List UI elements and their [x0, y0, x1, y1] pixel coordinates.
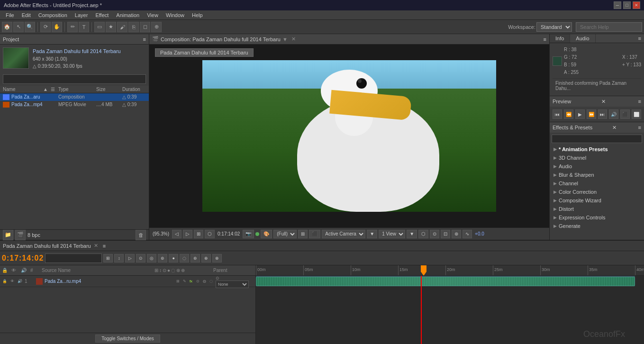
comp-viewer-close[interactable]: ✕ [291, 36, 296, 42]
layer-eye-btn[interactable]: 👁 [9, 279, 15, 284]
tl-btn-4[interactable]: ◎ [147, 254, 156, 263]
effects-expression-controls[interactable]: ▶ Expression Controls [550, 213, 644, 222]
comp-viewer-menu[interactable]: ≡ [544, 36, 546, 42]
tl-btn-7[interactable]: ◌ [180, 254, 189, 263]
preview-loop-btn[interactable]: ⬛ [620, 109, 630, 119]
menu-composition[interactable]: Composition [35, 11, 71, 19]
comp-viewer-dropdown[interactable]: ▼ [282, 36, 288, 42]
menu-layer[interactable]: Layer [71, 11, 92, 19]
layer-audio-btn[interactable]: 🔊 [17, 279, 23, 284]
delete-btn[interactable]: 🗑 [136, 230, 146, 240]
switch-2[interactable]: ✎ [181, 279, 187, 284]
layer-row-1[interactable]: 🔒 👁 🔊 1 Pada Za...ru.mp4 ⊞ ✎ fx ⊙ ◍ ◌ [0, 276, 255, 287]
effects-search[interactable] [550, 133, 644, 145]
effects-3d-channel[interactable]: ▶ 3D Channel [550, 154, 644, 162]
preview-ram-btn[interactable]: ⬜ [632, 109, 641, 119]
comp-ctrl-cam[interactable]: 📷 [243, 230, 254, 238]
comp-ctrl-prop[interactable]: ⬡ [205, 230, 215, 238]
camera-select[interactable]: Active Camera [322, 230, 365, 238]
comp-ctrl-snap[interactable]: ⊞ [194, 230, 203, 238]
tool-select[interactable]: ↖ [13, 22, 24, 32]
switch-motion[interactable]: ⊙ [195, 279, 200, 284]
timeline-close[interactable]: ✕ [94, 243, 98, 249]
project-row-comp[interactable]: Pada Za...aru Composition △ 0:39 [0, 93, 149, 101]
tl-btn-3[interactable]: ⊙ [136, 254, 145, 263]
tl-btn-6[interactable]: ● [169, 254, 178, 263]
tool-clone[interactable]: ⎘ [128, 22, 139, 32]
quality-select[interactable]: (Full) [273, 230, 297, 238]
window-controls[interactable]: ─ □ ✕ [614, 1, 640, 9]
tool-pan[interactable]: ✋ [52, 22, 62, 32]
menu-help[interactable]: Help [188, 11, 207, 19]
comp-ctrl-warp[interactable]: ∿ [463, 230, 472, 238]
effects-blur-sharpen[interactable]: ▶ Blur & Sharpen [550, 171, 644, 179]
effects-distort[interactable]: ▶ Distort [550, 205, 644, 213]
timeline-search-input[interactable] [45, 253, 102, 263]
tool-orbit[interactable]: ⟳ [40, 22, 51, 32]
effects-color-correction[interactable]: ▶ Color Correction [550, 188, 644, 196]
comp-ctrl-3d[interactable]: ⬡ [418, 230, 428, 238]
project-row-video[interactable]: Pada Za...mp4 MPEG Movie ....4 MB △ 0:39 [0, 101, 149, 109]
comp-ctrl-motion[interactable]: ⊛ [452, 230, 461, 238]
tool-home[interactable]: 🏠 [2, 22, 12, 32]
preview-first-btn[interactable]: ⏮ [553, 109, 562, 119]
comp-ctrl-toggle[interactable]: ⬛ [309, 230, 320, 238]
project-search-input[interactable] [3, 74, 146, 84]
comp-ctrl-view-drop[interactable]: ▼ [407, 230, 417, 238]
switch-adj[interactable]: ◌ [208, 279, 214, 284]
switch-1[interactable]: ⊞ [175, 279, 181, 284]
close-button[interactable]: ✕ [633, 1, 640, 9]
tool-star[interactable]: ★ [106, 22, 116, 32]
tool-eraser[interactable]: ◻ [140, 22, 150, 32]
tl-btn-1[interactable]: ⊞ [103, 254, 113, 263]
menu-view[interactable]: View [143, 11, 162, 19]
info-panel-menu[interactable]: ≡ [635, 34, 644, 43]
effects-search-input[interactable] [552, 135, 642, 143]
effects-generate[interactable]: ▶ Generate [550, 222, 644, 230]
switch-blend[interactable]: ◍ [201, 279, 207, 284]
menu-effect[interactable]: Effect [91, 11, 112, 19]
new-comp-btn[interactable]: 🎬 [15, 230, 26, 240]
preview-close[interactable]: ✕ [601, 99, 606, 105]
workspace-select[interactable]: Standard [536, 22, 572, 32]
toggle-switches-button[interactable]: Toggle Switches / Modes [95, 335, 160, 343]
comp-ctrl-btn2[interactable]: ▷ [183, 230, 192, 238]
tl-btn-10[interactable]: ⊗ [212, 254, 222, 263]
comp-ctrl-btn1[interactable]: ◁ [172, 230, 181, 238]
tab-info[interactable]: Info [550, 34, 570, 43]
timeline-tracks[interactable]: OceanofFx [256, 276, 644, 344]
tl-btn-8[interactable]: ⊛ [190, 254, 200, 263]
tool-puppet[interactable]: ⊕ [151, 22, 162, 32]
parent-select[interactable]: None [216, 281, 249, 288]
comp-ctrl-grid[interactable]: ⊞ [298, 230, 308, 238]
tl-btn-2[interactable]: ↕ [114, 254, 124, 263]
menu-file[interactable]: File [2, 11, 18, 19]
tl-btn-5[interactable]: ⊚ [158, 254, 167, 263]
switch-fx[interactable]: fx [188, 279, 194, 284]
tl-btn-render[interactable]: ▷ [125, 254, 135, 263]
minimize-button[interactable]: ─ [614, 1, 621, 9]
preview-last-btn[interactable]: ⏭ [598, 109, 608, 119]
comp-ctrl-drop[interactable]: ▼ [367, 230, 377, 238]
menu-edit[interactable]: Edit [18, 11, 35, 19]
timeline-timecode[interactable]: 0:17:14:02 [2, 254, 44, 263]
tl-btn-9[interactable]: ⊕ [201, 254, 211, 263]
effects-channel[interactable]: ▶ Channel [550, 179, 644, 188]
effects-composite-wizard[interactable]: ▶ Composite Wizard [550, 196, 644, 205]
layer-lock-btn[interactable]: 🔒 [2, 279, 8, 284]
effects-close[interactable]: ✕ [612, 125, 617, 131]
preview-next-btn[interactable]: ⏩ [587, 109, 596, 119]
comp-ctrl-export[interactable]: ⊡ [441, 230, 450, 238]
comp-ctrl-render[interactable]: ⊙ [430, 230, 439, 238]
tool-zoom[interactable]: 🔍 [25, 22, 35, 32]
comp-ctrl-color[interactable]: 🎨 [261, 230, 272, 238]
search-help-input[interactable] [576, 22, 642, 32]
preview-play-btn[interactable]: ▶ [575, 109, 585, 119]
view-select[interactable]: 1 View [379, 230, 405, 238]
tool-text[interactable]: T [79, 22, 89, 32]
tool-paint[interactable]: 🖌 [117, 22, 127, 32]
tool-shape[interactable]: ▭ [94, 22, 105, 32]
tab-audio[interactable]: Audio [570, 34, 595, 43]
effects-audio[interactable]: ▶ Audio [550, 162, 644, 171]
menu-window[interactable]: Window [162, 11, 188, 19]
